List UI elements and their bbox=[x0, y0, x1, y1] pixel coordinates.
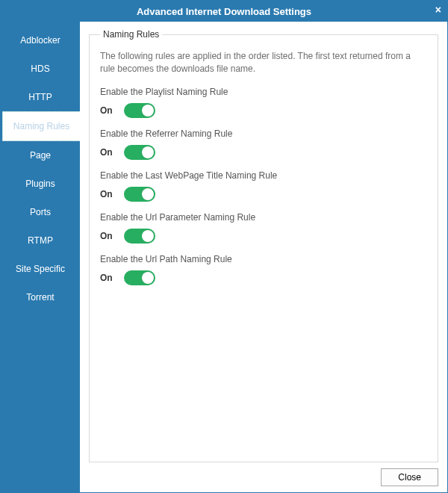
rule-toggle-row: On bbox=[100, 229, 427, 244]
toggle-knob-icon bbox=[142, 105, 154, 117]
rule-referrer: Enable the Referrer Naming Rule On bbox=[100, 128, 427, 160]
toggle-knob-icon bbox=[142, 146, 154, 158]
toggle-state-label: On bbox=[100, 273, 116, 283]
sidebar-item-hds[interactable]: HDS bbox=[1, 55, 80, 83]
sidebar-item-site-specific[interactable]: Site Specific bbox=[1, 255, 80, 283]
rule-webpage-title: Enable the Last WebPage Title Naming Rul… bbox=[100, 170, 427, 202]
rule-toggle-row: On bbox=[100, 103, 427, 118]
rule-url-parameter: Enable the Url Parameter Naming Rule On bbox=[100, 212, 427, 244]
sidebar-item-label: Ports bbox=[30, 207, 51, 217]
close-button[interactable]: Close bbox=[381, 468, 438, 486]
naming-rules-group: Naming Rules The following rules are app… bbox=[89, 29, 438, 462]
toggle-state-label: On bbox=[100, 231, 116, 241]
sidebar-item-ports[interactable]: Ports bbox=[1, 198, 80, 226]
sidebar-item-label: Page bbox=[30, 150, 51, 161]
rule-toggle-row: On bbox=[100, 187, 427, 202]
sidebar-item-plugins[interactable]: Plugins bbox=[1, 170, 80, 198]
rule-label: Enable the Url Path Naming Rule bbox=[100, 254, 427, 264]
group-legend: Naming Rules bbox=[100, 29, 162, 40]
rule-toggle-row: On bbox=[100, 270, 427, 285]
toggle-state-label: On bbox=[100, 105, 116, 116]
rule-url-path: Enable the Url Path Naming Rule On bbox=[100, 254, 427, 285]
sidebar-item-naming-rules[interactable]: Naming Rules bbox=[2, 111, 81, 141]
rule-label: Enable the Referrer Naming Rule bbox=[100, 128, 427, 139]
rule-label: Enable the Playlist Naming Rule bbox=[100, 87, 427, 97]
sidebar-item-label: Plugins bbox=[25, 179, 55, 189]
sidebar-item-rtmp[interactable]: RTMP bbox=[1, 226, 80, 255]
sidebar-item-torrent[interactable]: Torrent bbox=[1, 283, 80, 311]
close-icon[interactable]: × bbox=[435, 4, 441, 16]
rule-toggle-row: On bbox=[100, 145, 427, 160]
sidebar-item-label: HDS bbox=[31, 63, 49, 74]
toggle-url-path[interactable] bbox=[124, 270, 155, 285]
sidebar-item-label: Site Specific bbox=[16, 264, 65, 274]
toggle-knob-icon bbox=[142, 188, 154, 200]
toggle-url-parameter[interactable] bbox=[124, 229, 155, 244]
toggle-referrer[interactable] bbox=[124, 145, 155, 160]
window-body: Adblocker HDS HTTP Naming Rules Page Plu… bbox=[1, 22, 447, 492]
sidebar-item-label: Torrent bbox=[26, 292, 54, 303]
sidebar-item-label: HTTP bbox=[28, 92, 52, 102]
sidebar: Adblocker HDS HTTP Naming Rules Page Plu… bbox=[1, 22, 80, 492]
toggle-webtitle[interactable] bbox=[124, 187, 155, 202]
footer: Close bbox=[89, 462, 438, 486]
window-title: Advanced Internet Download Settings bbox=[137, 6, 311, 17]
toggle-playlist[interactable] bbox=[124, 103, 155, 118]
rule-label: Enable the Last WebPage Title Naming Rul… bbox=[100, 170, 427, 181]
sidebar-item-label: Naming Rules bbox=[13, 121, 69, 131]
sidebar-item-page[interactable]: Page bbox=[1, 141, 80, 170]
toggle-knob-icon bbox=[142, 272, 154, 284]
sidebar-item-label: Adblocker bbox=[20, 35, 60, 46]
toggle-state-label: On bbox=[100, 147, 116, 158]
titlebar: Advanced Internet Download Settings × bbox=[1, 1, 447, 22]
group-description: The following rules are applied in the o… bbox=[100, 50, 427, 76]
sidebar-item-http[interactable]: HTTP bbox=[1, 83, 80, 111]
settings-window: Advanced Internet Download Settings × Ad… bbox=[0, 0, 448, 493]
toggle-state-label: On bbox=[100, 189, 116, 199]
content-panel: Naming Rules The following rules are app… bbox=[80, 22, 447, 492]
rule-playlist: Enable the Playlist Naming Rule On bbox=[100, 87, 427, 118]
sidebar-item-adblocker[interactable]: Adblocker bbox=[1, 26, 80, 55]
toggle-knob-icon bbox=[142, 230, 154, 242]
rule-label: Enable the Url Parameter Naming Rule bbox=[100, 212, 427, 223]
sidebar-item-label: RTMP bbox=[28, 235, 53, 246]
